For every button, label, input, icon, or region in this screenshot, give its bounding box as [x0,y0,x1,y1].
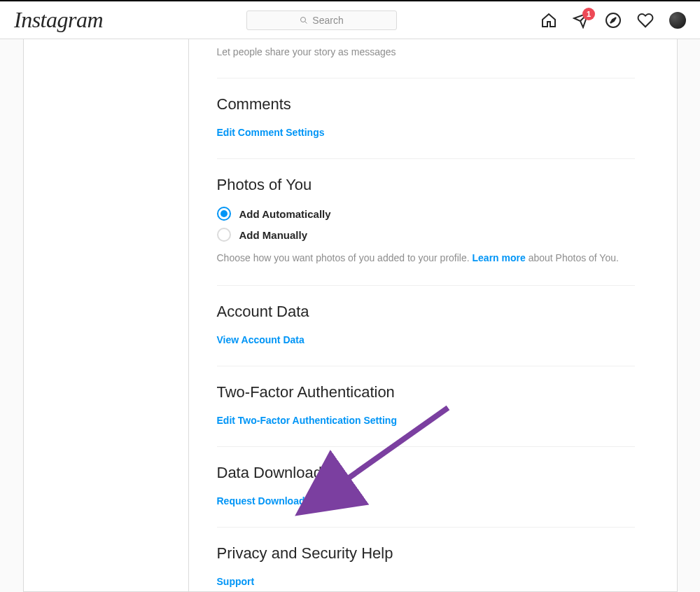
search-wrap: Search [103,11,540,30]
account-data-section: Account Data View Account Data [217,286,635,366]
photos-of-you-section: Photos of You Add Automatically Add Manu… [217,159,635,286]
edit-two-factor-link[interactable]: Edit Two-Factor Authentication Setting [217,415,397,426]
search-icon [300,16,308,25]
radio-add-automatically[interactable] [217,207,231,221]
account-data-title: Account Data [217,303,635,321]
comments-section: Comments Edit Comment Settings [217,78,635,159]
profile-avatar[interactable] [669,12,686,29]
data-download-title: Data Download [217,464,635,482]
story-share-text: Let people share your story as messages [217,45,635,60]
learn-more-link[interactable]: Learn more [472,252,526,263]
two-factor-section: Two-Factor Authentication Edit Two-Facto… [217,366,635,447]
data-download-section: Data Download Request Download [217,447,635,528]
nav-icons: 1 [540,12,686,29]
view-account-data-link[interactable]: View Account Data [217,334,304,345]
photos-title: Photos of You [217,176,635,194]
explore-button[interactable] [605,12,622,29]
request-download-link[interactable]: Request Download [217,495,305,507]
main-wrap: Let people share your story as messages … [0,39,700,592]
help-suffix: about Photos of You. [526,252,619,263]
comments-title: Comments [217,95,635,113]
top-navbar: Instagram Search 1 [0,1,700,39]
story-section: Let people share your story as messages [217,39,635,78]
photos-help-text: Choose how you want photos of you added … [217,252,635,266]
search-placeholder: Search [312,15,343,26]
radio-row-manual: Add Manually [217,228,635,242]
radio-row-auto: Add Automatically [217,207,635,221]
settings-content: Let people share your story as messages … [189,39,677,591]
support-link[interactable]: Support [217,576,255,587]
messages-button[interactable]: 1 [573,12,589,29]
activity-button[interactable] [637,12,654,29]
help-prefix: Choose how you want photos of you added … [217,252,472,263]
home-icon [540,12,557,29]
privacy-help-title: Privacy and Security Help [217,544,635,563]
two-factor-title: Two-Factor Authentication [217,383,635,401]
heart-icon [637,12,654,29]
settings-sidebar [24,39,189,591]
notification-badge: 1 [582,8,595,20]
instagram-logo[interactable]: Instagram [14,7,103,33]
radio-label-auto: Add Automatically [239,208,331,220]
radio-label-manual: Add Manually [239,229,308,241]
settings-container: Let people share your story as messages … [23,39,678,592]
svg-marker-4 [610,18,616,23]
radio-add-manually[interactable] [217,228,231,242]
svg-point-0 [301,17,306,22]
compass-icon [605,12,622,29]
search-input[interactable]: Search [246,11,397,30]
svg-line-1 [305,21,307,23]
edit-comment-settings-link[interactable]: Edit Comment Settings [217,127,325,138]
home-button[interactable] [540,12,557,29]
privacy-help-section: Privacy and Security Help Support [217,528,635,591]
